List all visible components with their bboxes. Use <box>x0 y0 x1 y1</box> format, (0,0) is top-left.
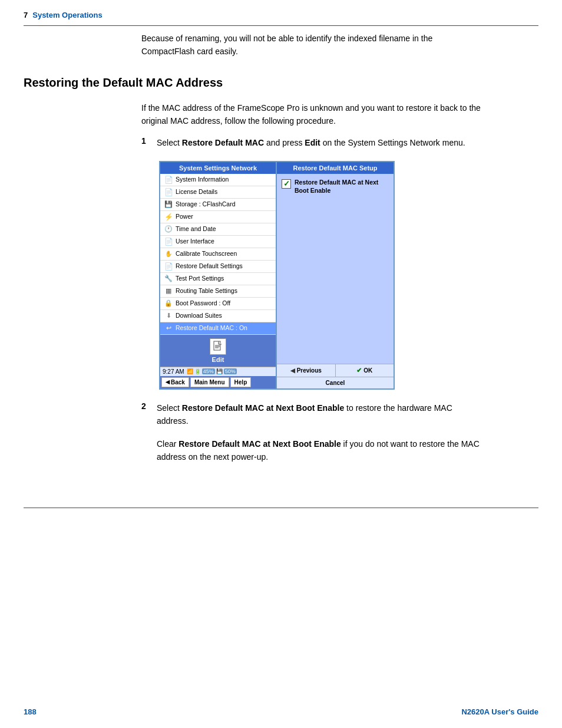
section-body: If the MAC address of the FrameScope Pro… <box>141 101 483 464</box>
status-icons: 📶 🔋 45% 💾 50% <box>187 368 273 374</box>
step2-bold2: Restore Default MAC at Next Boot Enable <box>178 439 340 449</box>
step-1-number: 1 <box>141 136 151 146</box>
back-button[interactable]: ◀ Back <box>161 377 189 387</box>
step-1-text: Select Restore Default MAC and press Edi… <box>157 136 465 149</box>
chapter-title: System Operations <box>32 11 103 19</box>
right-panel-content: ✓ Restore Default MAC at Next Boot Enabl… <box>277 174 394 364</box>
edit-button[interactable]: Edit <box>212 356 224 363</box>
doc-icon: 📄 <box>164 175 173 185</box>
help-button[interactable]: Help <box>230 377 252 387</box>
clock-icon: 🕐 <box>164 225 173 234</box>
mac-icon: ↩ <box>164 324 173 333</box>
menu-item-label: Download Suites <box>176 312 222 320</box>
previous-button[interactable]: ◀ Previous <box>277 364 336 377</box>
menu-item-power[interactable]: ⚡ Power <box>160 211 276 223</box>
cancel-row: Cancel <box>277 377 394 388</box>
power-icon: ⚡ <box>164 212 173 222</box>
step-2: 2 Select Restore Default MAC at Next Boo… <box>141 401 483 428</box>
footer-divider <box>24 508 538 508</box>
menu-item-test-port[interactable]: 🔧 Test Port Settings <box>160 273 276 285</box>
page-footer: 188 N2620A User's Guide <box>0 707 562 716</box>
mem-percent: 50% <box>224 368 237 374</box>
step2-bold1: Restore Default MAC at Next Boot Enable <box>182 403 344 413</box>
back-arrow-icon: ◀ <box>166 379 170 385</box>
menu-item-label: Restore Default MAC : On <box>176 324 247 332</box>
section-heading: Restoring the Default MAC Address <box>24 76 538 90</box>
menu-item-calibrate[interactable]: ✋ Calibrate Touchscreen <box>160 248 276 261</box>
left-panel-title: System Settings Network <box>160 162 276 174</box>
battery-icon: 🔋 <box>194 368 201 374</box>
menu-item-label: Storage : CFlashCard <box>176 200 236 209</box>
file-svg <box>213 341 223 353</box>
section-intro: If the MAC address of the FrameScope Pro… <box>141 101 483 128</box>
cancel-label: Cancel <box>326 380 345 386</box>
mem-icon: 💾 <box>216 368 223 374</box>
ok-check-icon: ✔ <box>356 367 362 374</box>
ok-label: OK <box>363 367 372 374</box>
menu-item-label: License Details <box>176 188 217 196</box>
menu-item-label: Boot Password : Off <box>176 299 230 308</box>
checkbox[interactable]: ✓ <box>282 179 291 189</box>
right-panel-buttons: ◀ Previous ✔ OK <box>277 364 394 377</box>
menu-item-label: Restore Default Settings <box>176 262 243 271</box>
page-number: 188 <box>24 707 37 716</box>
status-time: 9:27 AM <box>163 368 184 375</box>
help-label: Help <box>234 379 247 386</box>
main-content: Because of renaming, you will not be abl… <box>0 26 562 484</box>
menu-item-label: Time and Date <box>176 225 216 233</box>
menu-item-user-interface[interactable]: 📄 User Interface <box>160 236 276 248</box>
step1-bold2: Edit <box>305 138 320 147</box>
left-panel: System Settings Network 📄 System Informa… <box>159 161 277 390</box>
page-header: 7 System Operations <box>0 0 562 25</box>
menu-item-storage[interactable]: 💾 Storage : CFlashCard <box>160 199 276 211</box>
step-1: 1 Select Restore Default MAC and press E… <box>141 136 483 149</box>
routing-icon: ▦ <box>164 286 173 296</box>
previous-arrow-icon: ◀ <box>290 367 295 374</box>
menu-item-label: Test Port Settings <box>176 275 224 283</box>
checkbox-row: ✓ Restore Default MAC at Next Boot Enabl… <box>282 179 389 195</box>
step-2-text: Select Restore Default MAC at Next Boot … <box>157 401 483 428</box>
step1-bold1: Restore Default MAC <box>182 138 264 147</box>
touch-icon: ✋ <box>164 249 173 259</box>
menu-item-label: User Interface <box>176 238 214 246</box>
menu-item-time[interactable]: 🕐 Time and Date <box>160 223 276 236</box>
right-panel: Restore Default MAC Setup ✓ Restore Defa… <box>277 161 395 390</box>
main-menu-button[interactable]: Main Menu <box>190 377 229 387</box>
screenshot: System Settings Network 📄 System Informa… <box>159 161 483 390</box>
lock-icon: 🔒 <box>164 299 173 308</box>
guide-title: N2620A User's Guide <box>461 707 538 716</box>
user-icon: 📄 <box>164 237 173 246</box>
intro-paragraph: Because of renaming, you will not be abl… <box>141 32 471 58</box>
edit-file-icon <box>210 338 226 355</box>
doc-icon: 📄 <box>164 187 173 197</box>
menu-item-boot-password[interactable]: 🔒 Boot Password : Off <box>160 298 276 310</box>
nav-bar: ◀ Back Main Menu Help <box>160 376 276 388</box>
chapter-number: 7 <box>24 11 28 19</box>
download-icon: ⬇ <box>164 311 173 321</box>
signal-icon: 📶 <box>187 368 193 374</box>
checkmark-icon: ✓ <box>283 179 290 188</box>
port-icon: 🔧 <box>164 274 173 284</box>
menu-item-download[interactable]: ⬇ Download Suites <box>160 310 276 322</box>
menu-item-routing[interactable]: ▦ Routing Table Settings <box>160 285 276 298</box>
step-2-number: 2 <box>141 401 151 411</box>
menu-item-label: Calibrate Touchscreen <box>176 250 237 258</box>
edit-area: Edit <box>160 335 276 367</box>
battery-percent: 45% <box>202 368 215 374</box>
menu-item-system-info[interactable]: 📄 System Information <box>160 174 276 186</box>
main-menu-label: Main Menu <box>194 379 225 386</box>
menu-item-restore-mac[interactable]: ↩ Restore Default MAC : On <box>160 322 276 335</box>
ok-button[interactable]: ✔ OK <box>336 364 394 377</box>
back-label: Back <box>171 379 185 386</box>
cancel-button[interactable]: Cancel <box>277 377 394 388</box>
menu-item-restore-settings[interactable]: 📄 Restore Default Settings <box>160 261 276 273</box>
restore-icon: 📄 <box>164 262 173 271</box>
menu-item-label: Routing Table Settings <box>176 287 237 295</box>
menu-item-license[interactable]: 📄 License Details <box>160 186 276 199</box>
status-bar: 9:27 AM 📶 🔋 45% 💾 50% <box>160 367 276 376</box>
checkbox-label: Restore Default MAC at Next Boot Enable <box>295 179 389 195</box>
menu-item-label: Power <box>176 213 193 221</box>
right-panel-title: Restore Default MAC Setup <box>277 162 394 174</box>
previous-label: Previous <box>297 367 322 374</box>
step-2-paragraph2: Clear Restore Default MAC at Next Boot E… <box>157 437 483 464</box>
